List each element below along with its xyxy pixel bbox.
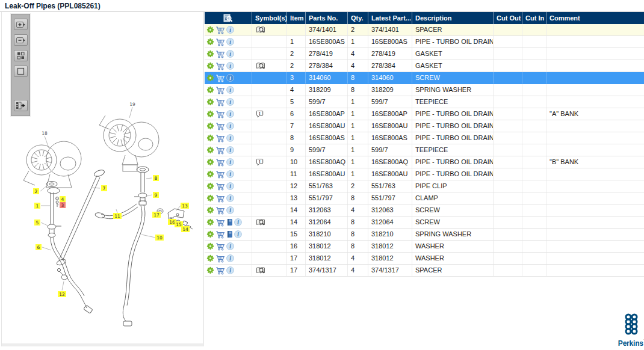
callout-9[interactable]: 9 — [153, 192, 159, 198]
cart-icon[interactable] — [215, 254, 225, 263]
cart-icon[interactable] — [215, 110, 225, 118]
table-row[interactable]: i33140608314060SCREW — [205, 72, 644, 84]
callout-1[interactable]: 1 — [34, 203, 40, 209]
info-icon[interactable]: i — [226, 38, 234, 46]
callout-5[interactable]: 5 — [34, 220, 40, 226]
cart-icon[interactable] — [215, 146, 225, 155]
table-row[interactable]: i2278/4194278/419GASKET — [205, 48, 644, 60]
column-header-parts_no[interactable]: Parts No. — [306, 12, 348, 24]
table-row[interactable]: i9599/71599/7TEEPIECE — [205, 144, 644, 156]
callout-11[interactable]: 11 — [113, 213, 122, 219]
table-row[interactable]: i2278/3844278/384GASKET — [205, 60, 644, 72]
gear-icon[interactable] — [206, 182, 214, 190]
cart-icon[interactable] — [215, 194, 225, 203]
info-icon[interactable]: i — [226, 254, 234, 262]
callout-17[interactable]: 17 — [152, 212, 161, 218]
info-icon[interactable]: i — [226, 146, 234, 154]
gear-icon[interactable] — [206, 146, 214, 154]
gear-icon[interactable] — [206, 98, 214, 106]
gear-icon[interactable] — [206, 62, 214, 70]
info-icon[interactable]: i — [226, 62, 234, 70]
book-icon[interactable] — [226, 230, 233, 238]
cart-icon[interactable] — [215, 74, 225, 82]
table-row[interactable]: i17374/13174374/1317SPACER — [205, 265, 644, 277]
info-icon[interactable]: i — [226, 50, 234, 58]
gear-icon[interactable] — [206, 254, 214, 262]
column-header-description[interactable]: Description — [412, 12, 494, 24]
info-icon[interactable]: i — [226, 98, 234, 106]
table-row[interactable]: i173180124318012WASHER — [205, 253, 644, 265]
toggle-panel-button[interactable] — [14, 100, 28, 111]
cart-icon[interactable] — [215, 158, 225, 167]
book-icon[interactable] — [226, 218, 233, 226]
callout-13[interactable]: 13 — [181, 203, 189, 209]
callout-2[interactable]: 2 — [33, 188, 39, 194]
info-icon[interactable]: i — [226, 182, 234, 190]
zoom-in-button[interactable] — [14, 19, 28, 30]
table-row[interactable]: i!616SE800AP116SE800APPIPE - TURBO OIL D… — [205, 108, 644, 120]
table-row[interactable]: i!1016SE800AQ116SE800AQPIPE - TURBO OIL … — [205, 156, 644, 168]
table-row[interactable]: i716SE800AU116SE800AUPIPE - TURBO OIL DR… — [205, 120, 644, 132]
full-view-button[interactable] — [14, 66, 28, 77]
gear-icon[interactable] — [206, 230, 214, 238]
gear-icon[interactable] — [206, 266, 214, 274]
table-row[interactable]: i13551/7978551/797CLAMP — [205, 192, 644, 204]
cart-icon[interactable] — [215, 50, 225, 58]
gear-icon[interactable] — [206, 242, 214, 250]
info-icon[interactable]: i — [226, 110, 234, 118]
table-row[interactable]: i143120634312063SCREW — [205, 204, 644, 216]
table-row[interactable]: i12551/7632551/763PIPE CLIP — [205, 180, 644, 192]
callout-10[interactable]: 10 — [155, 235, 164, 241]
callout-6[interactable]: 6 — [36, 244, 42, 250]
cart-icon[interactable] — [215, 98, 225, 106]
callout-12[interactable]: 12 — [58, 291, 66, 297]
cart-icon[interactable] — [215, 134, 225, 143]
table-row[interactable]: i1116SE800AU116SE800AUPIPE - TURBO OIL D… — [205, 168, 644, 180]
book-search-icon[interactable] — [256, 26, 266, 34]
callout-7[interactable]: 7 — [101, 185, 107, 191]
book-search-icon[interactable] — [256, 218, 266, 227]
column-header-cut_out[interactable]: Cut Out — [494, 12, 522, 24]
callout-8[interactable]: 8 — [153, 175, 159, 181]
info-icon[interactable]: i — [226, 74, 234, 82]
cart-icon[interactable] — [215, 26, 225, 34]
table-row[interactable]: i163180128318012WASHER — [205, 241, 644, 253]
cart-icon[interactable] — [215, 218, 225, 227]
info-icon[interactable]: i — [226, 206, 234, 214]
info-icon[interactable]: i — [226, 170, 234, 178]
zoom-out-button[interactable] — [14, 34, 28, 46]
column-header-qty[interactable]: Qty. — [348, 12, 368, 24]
column-header-comment[interactable]: Comment — [546, 12, 644, 24]
info-icon[interactable]: i — [234, 218, 242, 226]
callout-4[interactable]: 4 — [60, 196, 66, 202]
table-row[interactable]: i5599/71599/7TEEPIECE — [205, 96, 644, 108]
gear-icon[interactable] — [206, 50, 214, 58]
column-header-cut_in[interactable]: Cut In — [522, 12, 546, 24]
tile-view-button[interactable] — [14, 50, 28, 61]
gear-icon[interactable] — [206, 218, 214, 226]
book-search-icon[interactable] — [256, 266, 266, 275]
column-header-actions[interactable] — [205, 12, 252, 24]
cart-icon[interactable] — [215, 230, 225, 239]
cart-icon[interactable] — [215, 170, 225, 179]
cart-icon[interactable] — [215, 86, 225, 94]
column-header-latest_part[interactable]: Latest Part... — [368, 12, 412, 24]
table-row[interactable]: i116SE800AS116SE800ASPIPE - TURBO OIL DR… — [205, 36, 644, 48]
gear-icon[interactable] — [206, 86, 214, 94]
cart-icon[interactable] — [215, 62, 225, 70]
table-row[interactable]: i816SE800AS116SE800ASPIPE - TURBO OIL DR… — [205, 132, 644, 144]
cart-icon[interactable] — [215, 206, 225, 215]
gear-icon[interactable] — [206, 74, 214, 82]
info-icon[interactable]: i — [226, 158, 234, 166]
diagram-horizontal-scrollbar[interactable] — [2, 343, 203, 346]
gear-icon[interactable] — [206, 170, 214, 178]
book-search-icon[interactable] — [256, 62, 266, 70]
info-icon[interactable]: i — [226, 134, 234, 142]
gear-icon[interactable] — [206, 158, 214, 166]
table-row[interactable]: i143120648312064SCREW — [205, 216, 644, 229]
cart-icon[interactable] — [215, 38, 225, 46]
info-icon[interactable]: i — [226, 26, 234, 34]
callout-3[interactable]: 3 — [60, 202, 66, 208]
column-header-symbols[interactable]: Symbol(s) — [252, 12, 287, 24]
note-icon[interactable]: ! — [256, 158, 264, 167]
